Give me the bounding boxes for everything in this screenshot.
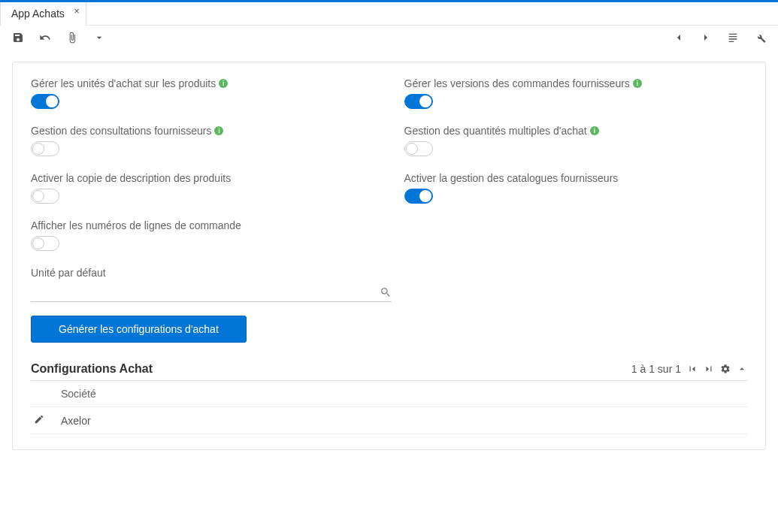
caret-down-icon[interactable] bbox=[93, 32, 105, 44]
cell-societe: Axelor bbox=[58, 407, 747, 434]
pager-text: 1 à 1 sur 1 bbox=[631, 363, 681, 375]
setting-label: Activer la gestion des catalogues fourni… bbox=[404, 172, 748, 184]
attach-icon[interactable] bbox=[66, 32, 78, 44]
label-text: Activer la copie de description des prod… bbox=[31, 172, 231, 184]
label-text: Gérer les versions des commandes fournis… bbox=[404, 77, 630, 89]
first-page-icon[interactable] bbox=[687, 364, 698, 374]
settings-col-left: Gérer les unités d'achat sur les produit… bbox=[31, 77, 374, 253]
setting-label: Gestion des quantités multiples d'achat … bbox=[404, 125, 748, 137]
setting-label: Gérer les versions des commandes fournis… bbox=[404, 77, 748, 89]
setting-label: Afficher les numéros de lignes de comman… bbox=[31, 219, 374, 231]
tab-app-achats[interactable]: App Achats × bbox=[0, 2, 86, 26]
toolbar bbox=[0, 26, 778, 50]
toggle-multiple-purchase-qty[interactable] bbox=[404, 141, 433, 156]
search-icon[interactable] bbox=[380, 286, 392, 298]
tab-label: App Achats bbox=[11, 8, 65, 20]
info-icon[interactable]: i bbox=[633, 79, 642, 88]
toggle-manage-purchase-units[interactable] bbox=[31, 94, 59, 109]
save-icon[interactable] bbox=[12, 32, 24, 44]
collapse-icon[interactable] bbox=[737, 364, 747, 374]
settings-grid: Gérer les unités d'achat sur les produit… bbox=[31, 77, 747, 253]
undo-icon[interactable] bbox=[39, 32, 51, 44]
toggle-supplier-consultations[interactable] bbox=[31, 141, 59, 156]
toggle-copy-product-description[interactable] bbox=[31, 189, 59, 204]
info-icon[interactable]: i bbox=[214, 126, 223, 135]
default-unit-field: Unité par défaut bbox=[31, 267, 747, 302]
toggle-manage-supplier-order-versions[interactable] bbox=[404, 94, 433, 109]
setting-supplier-consultations: Gestion des consultations fournisseurs i bbox=[31, 125, 374, 159]
default-unit-label: Unité par défaut bbox=[31, 267, 747, 279]
label-text: Gestion des quantités multiples d'achat bbox=[404, 125, 587, 137]
list-icon[interactable] bbox=[727, 32, 739, 44]
setting-label: Gérer les unités d'achat sur les produit… bbox=[31, 77, 374, 89]
setting-manage-purchase-units: Gérer les unités d'achat sur les produit… bbox=[31, 77, 374, 111]
default-unit-input[interactable] bbox=[31, 283, 380, 301]
wrench-icon[interactable] bbox=[754, 32, 766, 44]
toolbar-right bbox=[673, 32, 766, 44]
row-edit-cell bbox=[31, 407, 58, 434]
table-header-societe: Société bbox=[58, 381, 747, 407]
settings-panel: Gérer les unités d'achat sur les produit… bbox=[12, 62, 766, 450]
generate-purchase-configs-button[interactable]: Générer les configurations d'achat bbox=[31, 316, 247, 343]
gear-icon[interactable] bbox=[720, 364, 731, 374]
label-text: Activer la gestion des catalogues fourni… bbox=[404, 172, 619, 184]
setting-copy-product-description: Activer la copie de description des prod… bbox=[31, 172, 374, 206]
toggle-supplier-catalogs[interactable] bbox=[404, 189, 433, 204]
configurations-section-header: Configurations Achat 1 à 1 sur 1 bbox=[31, 362, 747, 381]
edit-icon[interactable] bbox=[34, 414, 44, 425]
toggle-show-line-numbers[interactable] bbox=[31, 236, 59, 251]
configurations-tools: 1 à 1 sur 1 bbox=[631, 363, 747, 375]
label-text: Gestion des consultations fournisseurs bbox=[31, 125, 211, 137]
info-icon[interactable]: i bbox=[219, 79, 228, 88]
setting-multiple-purchase-qty: Gestion des quantités multiples d'achat … bbox=[404, 125, 748, 159]
default-unit-input-row bbox=[31, 283, 392, 302]
next-icon[interactable] bbox=[700, 32, 712, 44]
close-icon[interactable]: × bbox=[74, 5, 80, 17]
last-page-icon[interactable] bbox=[704, 364, 714, 374]
configurations-title: Configurations Achat bbox=[31, 362, 153, 376]
info-icon[interactable]: i bbox=[590, 126, 599, 135]
table-row[interactable]: Axelor bbox=[31, 407, 747, 434]
label-text: Afficher les numéros de lignes de comman… bbox=[31, 219, 241, 231]
tab-strip: App Achats × bbox=[0, 0, 778, 26]
configurations-table: Société Axelor bbox=[31, 381, 747, 434]
setting-label: Activer la copie de description des prod… bbox=[31, 172, 374, 184]
setting-manage-supplier-order-versions: Gérer les versions des commandes fournis… bbox=[404, 77, 748, 111]
setting-show-line-numbers: Afficher les numéros de lignes de comman… bbox=[31, 219, 374, 253]
setting-label: Gestion des consultations fournisseurs i bbox=[31, 125, 374, 137]
toolbar-left bbox=[12, 32, 105, 44]
table-header-edit bbox=[31, 381, 58, 407]
label-text: Gérer les unités d'achat sur les produit… bbox=[31, 77, 216, 89]
prev-icon[interactable] bbox=[673, 32, 685, 44]
table-header-row: Société bbox=[31, 381, 747, 407]
settings-col-right: Gérer les versions des commandes fournis… bbox=[404, 77, 748, 253]
setting-supplier-catalogs: Activer la gestion des catalogues fourni… bbox=[404, 172, 748, 206]
